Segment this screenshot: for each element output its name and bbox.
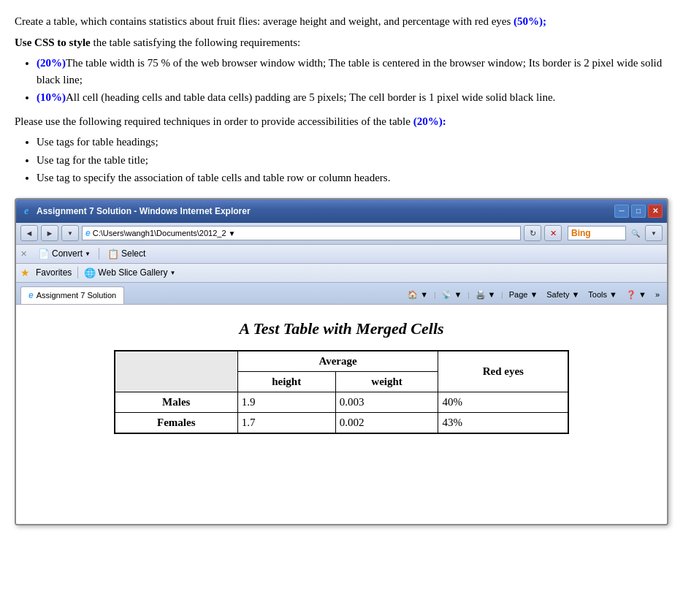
- convert-button[interactable]: 📄 Convert ▼: [33, 246, 96, 262]
- home-button[interactable]: 🏠 ▼: [405, 289, 431, 301]
- title-bar-controls: ─ □ ✕: [614, 205, 663, 218]
- females-red-eyes: 43%: [438, 412, 568, 433]
- page-label: Page: [509, 290, 528, 299]
- favorites-bar: ★ Favorites 🌐 Web Slice Gallery ▼: [16, 264, 667, 283]
- weight-header: weight: [335, 371, 438, 392]
- title-bar-left: e Assignment 7 Solution - Windows Intern…: [20, 205, 251, 217]
- search-options-button[interactable]: ▼: [645, 225, 663, 241]
- address-bar: ◄ ► ▼ e C:\Users\wangh1\Documents\2012_2…: [16, 223, 667, 245]
- toolbar-x: ✕: [20, 249, 27, 259]
- females-height: 1.7: [237, 412, 335, 433]
- height-header: height: [237, 371, 335, 392]
- address-field[interactable]: e C:\Users\wangh1\Documents\2012_2 ▼: [82, 226, 521, 240]
- convert-dropdown-icon: ▼: [85, 251, 91, 257]
- toolbar-separator: [99, 248, 99, 259]
- instruction-line3: Please use the following required techni…: [15, 113, 668, 130]
- instruction-line1: Create a table, which contains statistic…: [15, 13, 668, 30]
- more-button[interactable]: »: [652, 289, 663, 300]
- bing-label: Bing: [571, 228, 591, 238]
- select-label: Select: [121, 248, 145, 259]
- convert-icon: 📄: [38, 248, 50, 259]
- help-button[interactable]: ❓ ▼: [623, 289, 649, 301]
- search-button[interactable]: 🔍: [629, 227, 642, 240]
- bullet-1-1: (20%)The table width is 75 % of the web …: [37, 55, 668, 88]
- close-button[interactable]: ✕: [648, 205, 663, 218]
- favorites-label: Favorites: [36, 267, 72, 278]
- instruction-line2: Use CSS to style the table satisfying th…: [15, 34, 668, 51]
- tab-label: Assignment 7 Solution: [37, 291, 116, 300]
- print-button[interactable]: 🖨️ ▼: [473, 289, 499, 301]
- fav-separator: [77, 267, 78, 278]
- males-height: 1.9: [237, 392, 335, 412]
- tools-button[interactable]: Tools ▼: [585, 289, 620, 300]
- safety-label: Safety: [546, 290, 569, 299]
- tab-divider3: |: [501, 290, 503, 299]
- address-dropdown-icon: ▼: [229, 229, 236, 237]
- tab-ie-icon: e: [28, 290, 34, 300]
- red-eyes-header: Red eyes: [438, 351, 568, 392]
- favorites-star-icon: ★: [20, 267, 30, 279]
- minimize-button[interactable]: ─: [614, 205, 629, 218]
- title-bar: e Assignment 7 Solution - Windows Intern…: [16, 199, 667, 223]
- forward-button[interactable]: ►: [41, 225, 58, 241]
- web-slice-label: Web Slice Gallery: [98, 267, 167, 278]
- page-content: Create a table, which contains statistic…: [0, 0, 683, 533]
- ie-window: e Assignment 7 Solution - Windows Intern…: [15, 198, 668, 525]
- bullet-2-1: Use tags for table headings;: [37, 134, 668, 151]
- bing-search[interactable]: Bing: [568, 226, 626, 240]
- select-icon: 📋: [107, 248, 119, 259]
- bullet-2-2: Use tag for the table title;: [37, 152, 668, 169]
- window-title: Assignment 7 Solution - Windows Internet…: [37, 206, 251, 216]
- refresh-button[interactable]: ↻: [524, 225, 541, 241]
- safety-button[interactable]: Safety ▼: [543, 289, 582, 300]
- browser-tab[interactable]: e Assignment 7 Solution: [20, 286, 124, 304]
- web-slice-button[interactable]: 🌐 Web Slice Gallery ▼: [81, 266, 178, 280]
- stop-button[interactable]: ✕: [544, 225, 562, 241]
- rss-button[interactable]: 📡 ▼: [438, 289, 465, 301]
- toolbar: ✕ 📄 Convert ▼ 📋 Select: [16, 245, 667, 264]
- back-button[interactable]: ◄: [20, 225, 38, 241]
- highlight-20-1: (20%): [37, 57, 66, 69]
- bullet-2-3: Use tag to specify the association of ta…: [37, 170, 668, 186]
- highlight-10: (10%): [37, 91, 66, 103]
- females-weight: 0.002: [335, 412, 438, 433]
- highlight-20-2: (20%):: [413, 115, 446, 127]
- tools-label: Tools: [588, 290, 607, 299]
- empty-corner-cell: [115, 351, 237, 392]
- females-label: Females: [115, 412, 237, 433]
- ie-page-content: A Test Table with Merged Cells Average R…: [16, 305, 667, 524]
- tab-divider1: |: [434, 290, 435, 299]
- page-button[interactable]: Page ▼: [506, 289, 541, 300]
- tab-divider2: |: [468, 290, 469, 299]
- dropdown-button[interactable]: ▼: [61, 225, 79, 241]
- maximize-button[interactable]: □: [631, 205, 646, 218]
- favorites-button[interactable]: Favorites: [33, 266, 75, 279]
- instruction-line2-rest: the table satisfying the following requi…: [91, 37, 300, 48]
- bullet-1-2: (10%)All cell (heading cells and table d…: [37, 89, 668, 106]
- table-row: Females 1.7 0.002 43%: [115, 412, 568, 433]
- convert-label: Convert: [52, 248, 83, 259]
- use-css-bold: Use CSS to style: [15, 37, 91, 48]
- web-slice-dropdown-icon: ▼: [170, 270, 176, 276]
- males-weight: 0.003: [335, 392, 438, 412]
- address-text: C:\Users\wangh1\Documents\2012_2: [93, 229, 226, 237]
- tab-toolbar-right: 🏠 ▼ | 📡 ▼ | 🖨️ ▼ | Page ▼ Safety ▼ Tools…: [405, 289, 663, 304]
- ie-icon: e: [20, 205, 32, 217]
- highlight-50: (50%);: [514, 15, 546, 27]
- bullets-list-1: (20%)The table width is 75 % of the web …: [37, 55, 668, 106]
- bullets-list-2: Use tags for table headings; Use tag for…: [37, 134, 668, 186]
- tab-bar: e Assignment 7 Solution 🏠 ▼ | 📡 ▼ | 🖨️ ▼…: [16, 283, 667, 305]
- table-row: Males 1.9 0.003 40%: [115, 392, 568, 412]
- table-header-row1: Average Red eyes: [115, 351, 568, 372]
- select-button[interactable]: 📋 Select: [102, 246, 150, 262]
- average-header: Average: [237, 351, 438, 372]
- males-red-eyes: 40%: [438, 392, 568, 412]
- fruit-table: Average Red eyes height weight Males 1.9: [114, 350, 569, 434]
- males-label: Males: [115, 392, 237, 412]
- table-caption: A Test Table with Merged Cells: [38, 319, 645, 338]
- web-slice-icon: 🌐: [84, 267, 96, 278]
